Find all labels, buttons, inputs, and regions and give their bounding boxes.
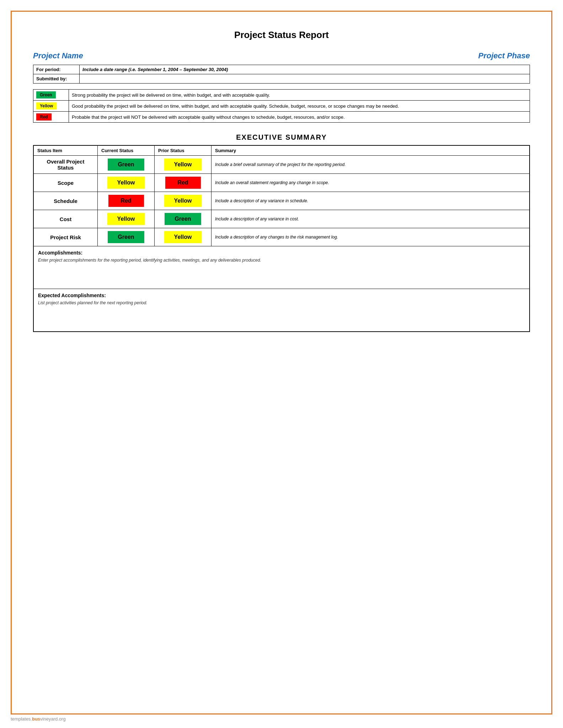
current-status-cell: Red — [98, 192, 155, 210]
exec-table-row: ScopeYellowRedInclude an overall stateme… — [34, 174, 530, 192]
legend-row: YellowGood probability the project will … — [33, 101, 530, 112]
info-label: For period: — [33, 65, 80, 74]
prior-status-block: Red — [165, 177, 201, 189]
prior-status-cell: Green — [155, 210, 211, 228]
current-status-block: Green — [108, 159, 144, 171]
executive-summary-wrapper: Status ItemCurrent StatusPrior StatusSum… — [33, 145, 530, 332]
legend-badge-cell: Green — [33, 90, 69, 101]
current-status-cell: Yellow — [98, 174, 155, 192]
prior-status-cell: Yellow — [155, 156, 211, 174]
expected-title: Expected Accomplishments: — [38, 293, 525, 298]
summary-cell: Include a description of any changes to … — [211, 228, 530, 246]
prior-status-block: Yellow — [164, 195, 202, 207]
info-table: For period:Include a date range (i.e. Se… — [33, 65, 530, 84]
exec-column-header: Status Item — [34, 146, 98, 156]
exec-table-row: CostYellowGreenInclude a description of … — [34, 210, 530, 228]
footer-highlight: bus — [32, 716, 40, 722]
status-item-cell: Overall ProjectStatus — [34, 156, 98, 174]
expected-accomplishments-section: Expected Accomplishments: List project a… — [33, 289, 530, 332]
legend-badge-cell: Yellow — [33, 101, 69, 112]
status-badge: Red — [36, 113, 52, 121]
exec-column-header: Current Status — [98, 146, 155, 156]
info-row: Submitted by: — [33, 74, 530, 84]
accomplishments-section: Accomplishments: Enter project accomplis… — [33, 246, 530, 289]
exec-column-header: Summary — [211, 146, 530, 156]
prior-status-block: Yellow — [164, 159, 202, 171]
accomplishments-title: Accomplishments: — [38, 250, 525, 256]
current-status-block: Green — [108, 231, 144, 243]
status-item-cell: Scope — [34, 174, 98, 192]
info-value: Include a date range (i.e. September 1, … — [80, 65, 530, 74]
exec-table-row: Project RiskGreenYellowInclude a descrip… — [34, 228, 530, 246]
legend-description: Strong probability the project will be d… — [69, 90, 530, 101]
info-label: Submitted by: — [33, 74, 80, 84]
current-status-block: Yellow — [107, 213, 145, 225]
current-status-cell: Green — [98, 156, 155, 174]
section-title: EXECUTIVE SUMMARY — [33, 133, 530, 141]
prior-status-block: Green — [165, 213, 201, 225]
status-item-cell: Cost — [34, 210, 98, 228]
legend-badge-cell: Red — [33, 112, 69, 123]
current-status-block: Yellow — [107, 177, 145, 189]
current-status-cell: Green — [98, 228, 155, 246]
project-phase-label: Project Phase — [478, 51, 530, 60]
status-badge: Yellow — [36, 102, 57, 109]
summary-cell: Include a description of any variance in… — [211, 192, 530, 210]
prior-status-cell: Red — [155, 174, 211, 192]
footer-prefix: templates. — [11, 716, 32, 722]
current-status-block: Red — [108, 195, 144, 207]
footer-suffix: vineyard.org — [40, 716, 66, 722]
status-item-cell: Project Risk — [34, 228, 98, 246]
legend-description: Probable that the project will NOT be de… — [69, 112, 530, 123]
current-status-cell: Yellow — [98, 210, 155, 228]
exec-column-header: Prior Status — [155, 146, 211, 156]
exec-table-row: Overall ProjectStatusGreenYellowInclude … — [34, 156, 530, 174]
project-name-label: Project Name — [33, 51, 83, 60]
legend-row: RedProbable that the project will NOT be… — [33, 112, 530, 123]
summary-cell: Include a brief overall summary of the p… — [211, 156, 530, 174]
outer-border: Project Status Report Project Name Proje… — [11, 11, 552, 714]
accomplishments-text: Enter project accomplishments for the re… — [38, 258, 525, 263]
info-value — [80, 74, 530, 84]
status-badge: Green — [36, 91, 56, 98]
legend-row: GreenStrong probability the project will… — [33, 90, 530, 101]
legend-table: GreenStrong probability the project will… — [33, 89, 530, 123]
expected-text: List project activities planned for the … — [38, 300, 525, 305]
footer: templates.busvineyard.org — [11, 716, 66, 722]
summary-cell: Include an overall statement regarding a… — [211, 174, 530, 192]
prior-status-block: Yellow — [164, 231, 202, 243]
page-title: Project Status Report — [33, 30, 530, 41]
summary-cell: Include a description of any variance in… — [211, 210, 530, 228]
exec-table-row: ScheduleRedYellowInclude a description o… — [34, 192, 530, 210]
prior-status-cell: Yellow — [155, 228, 211, 246]
legend-description: Good probability the project will be del… — [69, 101, 530, 112]
prior-status-cell: Yellow — [155, 192, 211, 210]
status-item-cell: Schedule — [34, 192, 98, 210]
project-header: Project Name Project Phase — [33, 51, 530, 60]
exec-table: Status ItemCurrent StatusPrior StatusSum… — [33, 145, 530, 246]
info-row: For period:Include a date range (i.e. Se… — [33, 65, 530, 74]
